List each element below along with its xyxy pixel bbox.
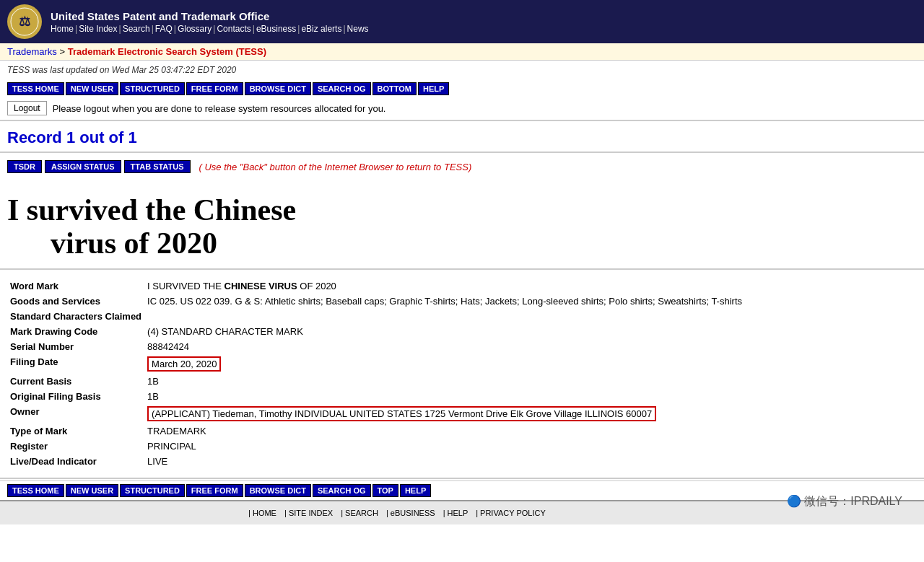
row-drawing-code: Mark Drawing Code (4) STANDARD CHARACTER… <box>7 324 917 339</box>
row-register: Register PRINCIPAL <box>7 439 917 454</box>
value-drawing-code: (4) STANDARD CHARACTER MARK <box>144 324 917 339</box>
row-serial: Serial Number 88842424 <box>7 339 917 354</box>
nav-glossary[interactable]: Glossary <box>178 24 212 34</box>
value-serial: 88842424 <box>144 339 917 354</box>
divider-1 <box>0 120 924 121</box>
data-table: Word Mark I SURVIVED THE CHINESE VIRUS O… <box>0 271 924 476</box>
filing-date-highlighted: March 20, 2020 <box>147 356 221 372</box>
label-word-mark: Word Mark <box>7 278 144 294</box>
btn-bottom-tess-home[interactable]: TESS Home <box>7 484 64 497</box>
label-serial: Serial Number <box>7 339 144 354</box>
label-type: Type of Mark <box>7 423 144 439</box>
label-register: Register <box>7 439 144 454</box>
value-current-basis: 1B <box>144 374 917 389</box>
breadcrumb-separator: > <box>60 46 68 57</box>
value-owner: (APPLICANT) Tiedeman, Timothy INDIVIDUAL… <box>144 404 917 423</box>
uspto-logo: ⚖ <box>7 4 42 39</box>
footer-help[interactable]: | HELP <box>443 509 471 517</box>
btn-assign-status[interactable]: Assign Status <box>45 160 121 173</box>
label-goods: Goods and Services <box>7 294 144 309</box>
divider-3 <box>0 268 924 270</box>
btn-bottom-browse-dict[interactable]: Browse Dict <box>245 484 311 497</box>
btn-bottom-free-form[interactable]: Free Form <box>186 484 243 497</box>
label-original-basis: Original Filing Basis <box>7 389 144 404</box>
label-standard-chars: Standard Characters Claimed <box>7 309 144 324</box>
btn-bottom-new-user[interactable]: New User <box>66 484 118 497</box>
breadcrumb-current: Trademark Electronic Search System (TESS… <box>68 46 266 57</box>
header-text: United States Patent and Trademark Offic… <box>51 10 369 34</box>
trademark-info-table: Word Mark I SURVIVED THE CHINESE VIRUS O… <box>7 278 917 469</box>
nav-home[interactable]: Home <box>51 24 74 34</box>
divider-2 <box>0 152 924 153</box>
record-heading: Record 1 out of 1 <box>0 123 924 150</box>
btn-search-og[interactable]: Search OG <box>313 82 371 95</box>
owner-highlighted: (APPLICANT) Tiedeman, Timothy INDIVIDUAL… <box>147 406 656 421</box>
row-standard-chars: Standard Characters Claimed <box>7 309 917 324</box>
breadcrumb-parent[interactable]: Trademarks <box>7 46 57 57</box>
value-filing-date: March 20, 2020 <box>144 354 917 374</box>
nav-search[interactable]: Search <box>123 24 150 34</box>
label-drawing-code: Mark Drawing Code <box>7 324 144 339</box>
nav-site-index[interactable]: Site Index <box>79 24 117 34</box>
footer: | HOME | SITE INDEX | SEARCH | eBUSINESS… <box>0 500 924 524</box>
footer-search[interactable]: | SEARCH <box>341 509 380 517</box>
top-toolbar: TESS Home New User Structured Free Form … <box>0 79 924 98</box>
footer-site-index[interactable]: | SITE INDEX <box>284 509 335 517</box>
mark-image-text: I survived the Chinese virus of 2020 <box>7 193 917 260</box>
header-nav: Home | Site Index | Search | FAQ | Gloss… <box>51 24 369 34</box>
mark-image-area: I survived the Chinese virus of 2020 <box>0 179 924 267</box>
footer-privacy[interactable]: | PRIVACY POLICY <box>476 509 546 517</box>
logout-button[interactable]: Logout <box>7 101 47 115</box>
watermark: 🔵 微信号：IPRDAILY <box>787 494 902 509</box>
label-filing-date: Filing Date <box>7 354 144 374</box>
breadcrumb: Trademarks > Trademark Electronic Search… <box>0 43 924 61</box>
btn-bottom-search-og[interactable]: Search OG <box>313 484 371 497</box>
btn-tess-home[interactable]: TESS Home <box>7 82 64 95</box>
divider-4 <box>0 478 924 479</box>
label-current-basis: Current Basis <box>7 374 144 389</box>
value-original-basis: 1B <box>144 389 917 404</box>
logout-message: Please logout when you are done to relea… <box>53 103 386 114</box>
value-live-dead: LIVE <box>144 454 917 469</box>
back-message: ( Use the "Back" button of the Internet … <box>199 162 472 172</box>
update-notice: TESS was last updated on Wed Mar 25 03:4… <box>0 61 924 79</box>
value-register: PRINCIPAL <box>144 439 917 454</box>
row-original-basis: Original Filing Basis 1B <box>7 389 917 404</box>
mark-line1: I survived the Chinese <box>7 193 917 227</box>
row-word-mark: Word Mark I SURVIVED THE CHINESE VIRUS O… <box>7 278 917 294</box>
footer-ebusiness[interactable]: | eBUSINESS <box>386 509 437 517</box>
btn-tsdr[interactable]: TSDR <box>7 160 42 173</box>
btn-bottom[interactable]: Bottom <box>372 82 417 95</box>
btn-bottom-structured[interactable]: Structured <box>120 484 185 497</box>
btn-help-top[interactable]: Help <box>418 82 449 95</box>
btn-bottom-help[interactable]: Help <box>400 484 431 497</box>
row-filing-date: Filing Date March 20, 2020 <box>7 354 917 374</box>
row-goods: Goods and Services IC 025. US 022 039. G… <box>7 294 917 309</box>
nav-faq[interactable]: FAQ <box>155 24 173 34</box>
logout-row: Logout Please logout when you are done t… <box>0 98 924 118</box>
nav-ebiz-alerts[interactable]: eBiz alerts <box>301 24 341 34</box>
btn-structured[interactable]: Structured <box>120 82 185 95</box>
row-live-dead: Live/Dead Indicator LIVE <box>7 454 917 469</box>
label-live-dead: Live/Dead Indicator <box>7 454 144 469</box>
nav-ebusiness[interactable]: eBusiness <box>256 24 296 34</box>
footer-home[interactable]: | HOME <box>248 509 279 517</box>
btn-ttab-status[interactable]: TTAB Status <box>124 160 191 173</box>
value-word-mark: I SURVIVED THE CHINESE VIRUS OF 2020 <box>144 278 917 294</box>
bottom-toolbar: TESS Home New User Structured Free Form … <box>0 480 924 500</box>
value-goods: IC 025. US 022 039. G & S: Athletic shir… <box>144 294 917 309</box>
row-type: Type of Mark TRADEMARK <box>7 423 917 439</box>
header: ⚖ United States Patent and Trademark Off… <box>0 0 924 43</box>
footer-links: | HOME | SITE INDEX | SEARCH | eBUSINESS… <box>245 509 549 517</box>
row-current-basis: Current Basis 1B <box>7 374 917 389</box>
svg-text:⚖: ⚖ <box>19 14 30 29</box>
btn-browse-dict[interactable]: Browse Dict <box>245 82 311 95</box>
btn-free-form[interactable]: Free Form <box>186 82 243 95</box>
value-type: TRADEMARK <box>144 423 917 439</box>
header-title: United States Patent and Trademark Offic… <box>51 10 369 22</box>
btn-new-user[interactable]: New User <box>66 82 118 95</box>
btn-bottom-top[interactable]: Top <box>372 484 398 497</box>
nav-news[interactable]: News <box>347 24 369 34</box>
nav-contacts[interactable]: Contacts <box>217 24 250 34</box>
mark-line2: virus of 2020 <box>51 227 917 260</box>
